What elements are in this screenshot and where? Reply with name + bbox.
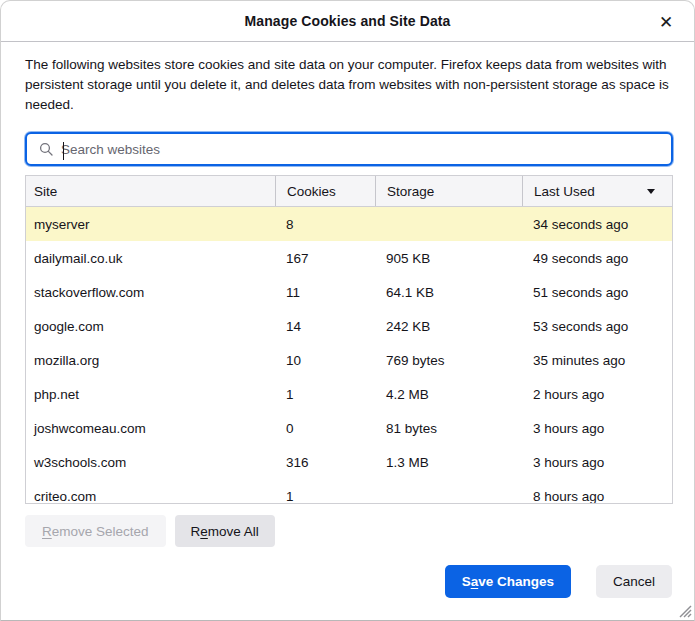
cell-last-used: 3 hours ago [522,455,672,470]
cell-storage: 4.2 MB [375,387,522,402]
cell-storage: 81 bytes [375,421,522,436]
table-row-mozilla[interactable]: mozilla.org 10 769 bytes 35 minutes ago [26,343,672,377]
save-changes-button[interactable]: Save Changes [445,565,571,598]
column-header-site[interactable]: Site [26,176,275,206]
close-icon: ✕ [659,14,673,31]
column-header-storage[interactable]: Storage [375,176,522,206]
cell-site: criteo.com [26,489,275,504]
cell-last-used: 2 hours ago [522,387,672,402]
cell-last-used: 35 minutes ago [522,353,672,368]
dialog-content: The following websites store cookies and… [1,55,694,547]
table-body: myserver 8 34 seconds ago dailymail.co.u… [26,207,672,503]
removal-actions: Remove Selected Remove All [25,515,671,547]
cell-storage: 242 KB [375,319,522,334]
cell-last-used: 53 seconds ago [522,319,672,334]
cell-site: dailymail.co.uk [26,251,275,266]
cell-cookies: 1 [275,387,375,402]
dialog-titlebar: Manage Cookies and Site Data ✕ [1,1,694,42]
search-input[interactable] [61,134,671,164]
table-row-php[interactable]: php.net 1 4.2 MB 2 hours ago [26,377,672,411]
cell-cookies: 10 [275,353,375,368]
table-row-joshwcomeau[interactable]: joshwcomeau.com 0 81 bytes 3 hours ago [26,411,672,445]
column-header-last-used[interactable]: Last Used [522,176,672,206]
dialog-description: The following websites store cookies and… [25,55,671,115]
table-row-criteo[interactable]: criteo.com 1 8 hours ago [26,479,672,503]
cell-last-used: 8 hours ago [522,489,672,504]
close-button[interactable]: ✕ [652,8,680,36]
dialog-title: Manage Cookies and Site Data [245,13,451,29]
cell-storage: 769 bytes [375,353,522,368]
remove-all-button[interactable]: Remove All [175,515,275,547]
site-data-table: Site Cookies Storage Last Used myserver … [25,175,673,504]
search-icon [39,142,53,156]
cell-cookies: 11 [275,285,375,300]
cell-site: w3schools.com [26,455,275,470]
table-header-row: Site Cookies Storage Last Used [26,176,672,207]
cell-cookies: 0 [275,421,375,436]
text-caret [63,142,64,160]
dialog-footer: Save Changes Cancel [445,565,672,598]
cell-cookies: 316 [275,455,375,470]
manage-cookies-dialog: Manage Cookies and Site Data ✕ The follo… [0,0,695,621]
resize-grip[interactable] [676,602,692,618]
cell-storage: 905 KB [375,251,522,266]
table-row-w3schools[interactable]: w3schools.com 316 1.3 MB 3 hours ago [26,445,672,479]
cell-last-used: 49 seconds ago [522,251,672,266]
cell-site: google.com [26,319,275,334]
cell-last-used: 51 seconds ago [522,285,672,300]
cell-last-used: 34 seconds ago [522,217,672,232]
cell-site: php.net [26,387,275,402]
table-row-myserver[interactable]: myserver 8 34 seconds ago [26,207,672,241]
cell-cookies: 167 [275,251,375,266]
cell-cookies: 8 [275,217,375,232]
cell-site: joshwcomeau.com [26,421,275,436]
column-header-cookies[interactable]: Cookies [275,176,375,206]
search-box[interactable] [25,132,673,166]
table-row-dailymail[interactable]: dailymail.co.uk 167 905 KB 49 seconds ag… [26,241,672,275]
cell-cookies: 1 [275,489,375,504]
cell-last-used: 3 hours ago [522,421,672,436]
cell-site: stackoverflow.com [26,285,275,300]
sort-descending-icon [647,189,655,194]
cell-site: myserver [26,217,275,232]
remove-selected-button[interactable]: Remove Selected [25,515,166,547]
cell-site: mozilla.org [26,353,275,368]
table-row-stackoverflow[interactable]: stackoverflow.com 11 64.1 KB 51 seconds … [26,275,672,309]
cell-storage: 1.3 MB [375,455,522,470]
table-row-google[interactable]: google.com 14 242 KB 53 seconds ago [26,309,672,343]
cell-storage: 64.1 KB [375,285,522,300]
cell-cookies: 14 [275,319,375,334]
cancel-button[interactable]: Cancel [596,565,672,598]
